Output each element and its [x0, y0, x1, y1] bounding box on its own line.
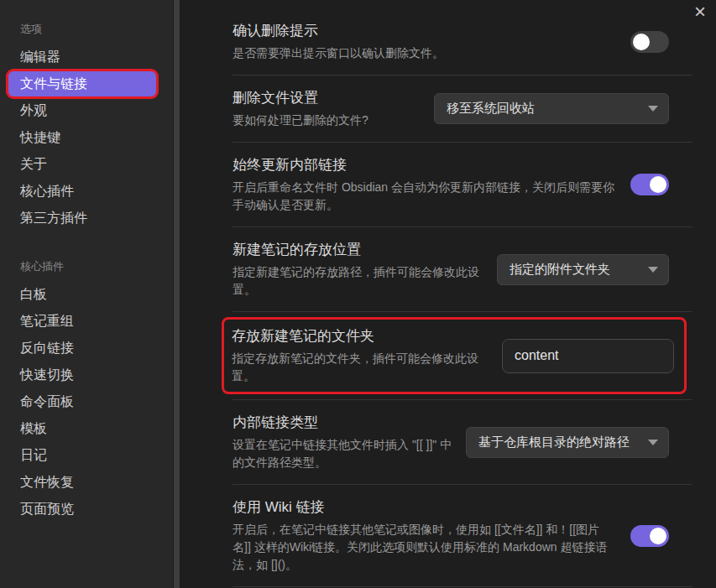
setting-confirm-delete: 确认删除提示 是否需要弹出提示窗口以确认删除文件。 — [233, 8, 692, 75]
sidebar-section-core-plugins: 核心插件 白板 笔记重组 反向链接 快速切换 命令面板 模板 日记 文件恢复 页… — [0, 259, 173, 522]
toggle-knob — [650, 528, 666, 544]
new-note-location-dropdown[interactable]: 指定的附件文件夹 — [497, 254, 669, 285]
sidebar-item-backlinks[interactable]: 反向链接 — [8, 336, 156, 361]
setting-title: 存放新建笔记的文件夹 — [232, 326, 489, 346]
annotation-highlight: 存放新建笔记的文件夹 指定存放新笔记的文件夹，插件可能会修改此设置。 — [222, 317, 687, 394]
dropdown-value: 移至系统回收站 — [447, 101, 535, 117]
setting-description: 要如何处理已删除的文件? — [233, 112, 421, 129]
new-note-folder-input[interactable] — [502, 339, 674, 373]
dropdown-value: 基于仓库根目录的绝对路径 — [478, 434, 630, 450]
sidebar-item-templates[interactable]: 模板 — [8, 416, 156, 441]
sidebar-header-core-plugins: 核心插件 — [0, 259, 173, 280]
sidebar-item-file-recovery[interactable]: 文件恢复 — [8, 470, 156, 495]
setting-title: 删除文件设置 — [233, 88, 421, 107]
sidebar-item-command-palette[interactable]: 命令面板 — [8, 389, 156, 414]
sidebar-item-community-plugins[interactable]: 第三方插件 — [8, 206, 156, 231]
scrollbar-thumb[interactable] — [174, 0, 180, 588]
setting-update-links: 始终更新内部链接 开启后重命名文件时 Obsidian 会自动为你更新内部链接，… — [233, 143, 692, 227]
sidebar-item-core-plugins[interactable]: 核心插件 — [8, 179, 156, 204]
sidebar-section-options: 选项 编辑器 文件与链接 外观 快捷键 关于 核心插件 第三方插件 — [0, 22, 173, 231]
update-links-toggle[interactable] — [630, 174, 669, 195]
chevron-down-icon — [648, 267, 658, 273]
setting-description: 开启后重命名文件时 Obsidian 会自动为你更新内部链接，关闭后则需要你手动… — [233, 179, 617, 214]
sidebar-item-canvas[interactable]: 白板 — [8, 282, 156, 307]
sidebar-item-daily-notes[interactable]: 日记 — [8, 443, 156, 468]
toggle-knob — [650, 176, 666, 193]
sidebar-item-page-preview[interactable]: 页面预览 — [8, 497, 156, 522]
setting-title: 使用 Wiki 链接 — [233, 497, 617, 517]
deleted-files-dropdown[interactable]: 移至系统回收站 — [434, 93, 669, 124]
sidebar-item-editor[interactable]: 编辑器 — [8, 44, 156, 70]
sidebar-header-options: 选项 — [0, 22, 173, 43]
sidebar-item-about[interactable]: 关于 — [8, 152, 156, 177]
chevron-down-icon — [648, 106, 658, 112]
setting-description: 开启后，在笔记中链接其他笔记或图像时，使用如 [[文件名]] 和！[[图片名]]… — [233, 521, 617, 574]
setting-new-note-location: 新建笔记的存放位置 指定新建笔记的存放路径，插件可能会修改此设置。 指定的附件文… — [233, 227, 692, 312]
setting-title: 始终更新内部链接 — [233, 155, 617, 174]
setting-use-wikilinks: 使用 Wiki 链接 开启后，在笔记中链接其他笔记或图像时，使用如 [[文件名]… — [233, 485, 692, 587]
setting-new-note-folder: 存放新建笔记的文件夹 指定存放新笔记的文件夹，插件可能会修改此设置。 — [233, 312, 692, 400]
settings-content: × 确认删除提示 是否需要弹出提示窗口以确认删除文件。 删除文件设置 要如何处理… — [180, 0, 716, 588]
setting-title: 内部链接类型 — [233, 413, 452, 432]
sidebar-item-hotkeys[interactable]: 快捷键 — [8, 125, 156, 150]
sidebar-item-files-links[interactable]: 文件与链接 — [8, 71, 156, 96]
sidebar-scrollbar — [173, 0, 180, 588]
sidebar-item-note-composer[interactable]: 笔记重组 — [8, 309, 156, 334]
setting-link-format: 内部链接类型 设置在笔记中链接其他文件时插入 "[[ ]]" 中的文件路径类型。… — [233, 400, 692, 485]
confirm-delete-toggle[interactable] — [630, 31, 669, 53]
toggle-knob — [633, 34, 650, 50]
sidebar-item-appearance[interactable]: 外观 — [8, 98, 156, 123]
close-icon[interactable]: × — [694, 2, 706, 22]
setting-description: 设置在笔记中链接其他文件时插入 "[[ ]]" 中的文件路径类型。 — [233, 436, 452, 471]
setting-deleted-files: 删除文件设置 要如何处理已删除的文件? 移至系统回收站 — [233, 75, 692, 143]
chevron-down-icon — [648, 440, 658, 445]
setting-title: 新建笔记的存放位置 — [233, 240, 483, 259]
setting-description: 是否需要弹出提示窗口以确认删除文件。 — [233, 44, 617, 62]
sidebar-item-quick-switcher[interactable]: 快速切换 — [8, 362, 156, 388]
dropdown-value: 指定的附件文件夹 — [510, 262, 610, 278]
setting-title: 确认删除提示 — [233, 21, 617, 40]
setting-description: 指定存放新笔记的文件夹，插件可能会修改此设置。 — [232, 350, 489, 385]
link-format-dropdown[interactable]: 基于仓库根目录的绝对路径 — [466, 427, 669, 458]
use-wikilinks-toggle[interactable] — [630, 525, 669, 547]
setting-description: 指定新建笔记的存放路径，插件可能会修改此设置。 — [233, 263, 483, 299]
settings-sidebar: 选项 编辑器 文件与链接 外观 快捷键 关于 核心插件 第三方插件 核心插件 白… — [0, 0, 173, 588]
